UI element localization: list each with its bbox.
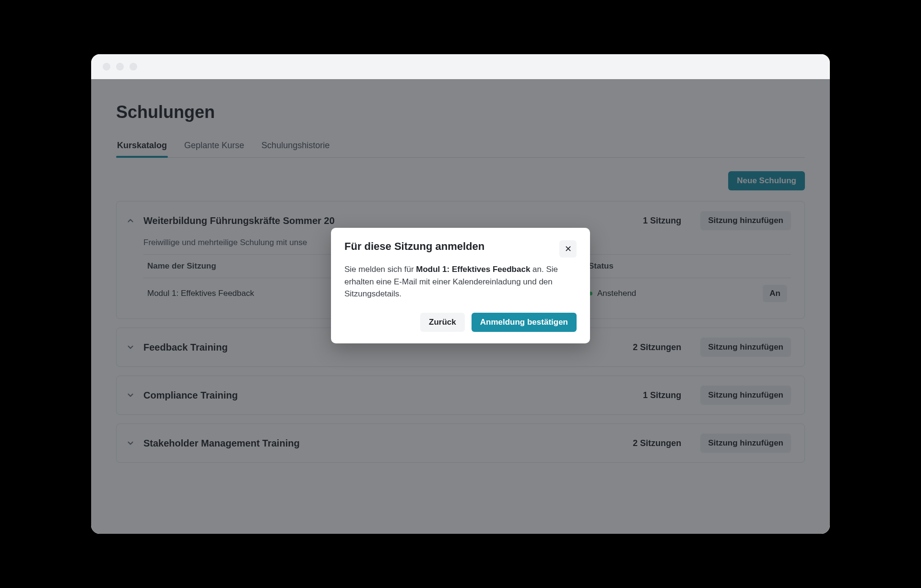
modal-bold-name: Modul 1: Effektives Feedback [416, 265, 530, 274]
window-dot [130, 63, 137, 71]
window-dot [116, 63, 124, 71]
browser-title-bar [91, 54, 830, 79]
modal-body: Sie melden sich für Modul 1: Effektives … [344, 263, 577, 300]
browser-frame: Schulungen Kurskatalog Geplante Kurse Sc… [91, 54, 830, 534]
app-viewport: Schulungen Kurskatalog Geplante Kurse Sc… [91, 79, 830, 534]
back-button[interactable]: Zurück [420, 313, 465, 332]
modal-title: Für diese Sitzung anmelden [344, 240, 484, 253]
confirm-registration-button[interactable]: Anmeldung bestätigen [472, 313, 577, 332]
modal-header: Für diese Sitzung anmelden ✕ [344, 240, 577, 258]
close-button[interactable]: ✕ [559, 240, 577, 258]
window-dot [103, 63, 110, 71]
modal-actions: Zurück Anmeldung bestätigen [344, 313, 577, 332]
modal-text-prefix: Sie melden sich für [344, 265, 416, 274]
close-icon: ✕ [565, 244, 572, 254]
register-modal: Für diese Sitzung anmelden ✕ Sie melden … [331, 228, 590, 343]
